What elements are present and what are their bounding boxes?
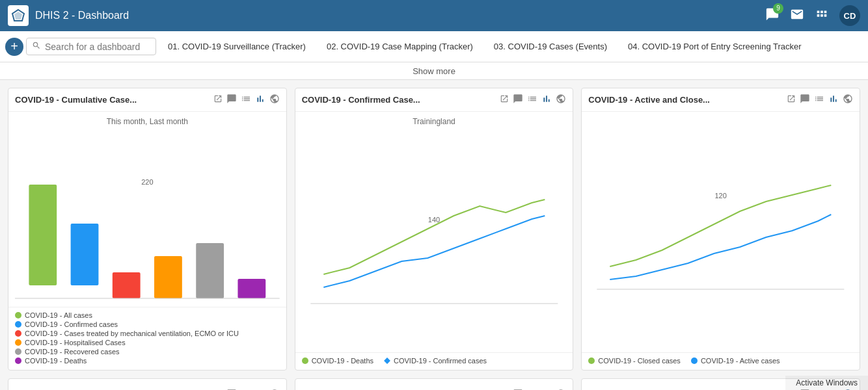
notification-badge: 9 — [773, 3, 783, 14]
legend-dot — [384, 358, 390, 364]
legend-item: COVID-19 - Cases treated by mechanical v… — [15, 330, 280, 337]
svg-rect-4 — [113, 272, 141, 298]
bottom-card-1: COVID-19 - Confirmed Case... — [8, 378, 287, 390]
card1-legend: COVID-19 - All cases COVID-19 - Confirme… — [8, 307, 286, 370]
legend-dot — [302, 358, 308, 364]
card3-list-icon[interactable] — [814, 94, 824, 106]
legend-item: COVID-19 - Confirmed cases — [15, 320, 280, 328]
header-right: 9 CD — [765, 5, 860, 26]
card2-title: COVID-19 - Confirmed Case... — [302, 95, 496, 105]
windows-activation-banner: Activate Windows — [785, 376, 868, 390]
card3-chart-icon[interactable] — [828, 94, 839, 106]
legend-item: COVID-19 - Hospitalised Cases — [15, 339, 280, 346]
card1-header: COVID-19 - Cumulative Case... — [8, 88, 286, 112]
card3-legend: COVID-19 - Closed cases COVID-19 - Activ… — [582, 352, 860, 370]
card3-title: COVID-19 - Active and Close... — [588, 95, 783, 105]
show-more-link[interactable]: Show more — [413, 66, 455, 76]
bottom-card-2: COVID-19 - Case Recovery a... — [295, 378, 574, 390]
card-confirmed-cases: COVID-19 - Confirmed Case... Traininglan… — [295, 88, 574, 370]
card1-body: This month, Last month 220 — [8, 112, 286, 307]
card-cumulative-cases: COVID-19 - Cumulative Case... This month… — [8, 88, 287, 370]
svg-rect-2 — [29, 185, 57, 285]
card2-chart-icon[interactable] — [541, 94, 552, 106]
legend-dot — [15, 321, 21, 328]
add-dashboard-button[interactable]: + — [5, 38, 23, 56]
svg-rect-7 — [237, 279, 265, 298]
card2-body: Trainingland 140 — [295, 112, 573, 352]
card2-chat-icon[interactable] — [513, 94, 523, 106]
legend-dot — [15, 330, 21, 337]
card3-globe-icon[interactable] — [843, 94, 853, 106]
card3-legend-row: COVID-19 - Closed cases COVID-19 - Activ… — [588, 357, 853, 366]
messages-icon[interactable]: 9 — [765, 7, 780, 25]
search-container — [26, 38, 156, 55]
svg-marker-1 — [14, 12, 22, 20]
card-active-closed: COVID-19 - Active and Close... 120 — [581, 88, 860, 370]
card1-chat-icon[interactable] — [226, 94, 237, 106]
nav-bar: + 01. COVID-19 Surveillance (Tracker) 02… — [0, 31, 868, 62]
tab-2[interactable]: 02. COVID-19 Case Mapping (Tracker) — [318, 38, 482, 55]
legend-dot — [588, 358, 595, 364]
card2-globe-icon[interactable] — [556, 94, 566, 106]
app-logo[interactable] — [8, 5, 29, 26]
legend-item: COVID-19 - Active cases — [691, 357, 780, 365]
tab-3[interactable]: 03. COVID-19 Cases (Events) — [485, 38, 616, 55]
card1-globe-icon[interactable] — [269, 94, 280, 106]
apps-icon[interactable] — [815, 7, 829, 25]
legend-item: COVID-19 - Deaths — [302, 357, 373, 365]
app-title: DHIS 2 - Dashboard — [35, 10, 129, 21]
card3-chat-icon[interactable] — [800, 94, 810, 106]
card3-body: 120 — [582, 112, 860, 352]
card1-list-icon[interactable] — [241, 94, 251, 106]
legend-dot — [15, 339, 21, 346]
legend-item: COVID-19 - Recovered cases — [15, 348, 280, 356]
search-icon — [32, 41, 41, 52]
tab-4[interactable]: 04. COVID-19 Port of Entry Screening Tra… — [619, 38, 811, 55]
card2-list-icon[interactable] — [527, 94, 537, 106]
card1-subtitle: This month, Last month — [15, 117, 280, 126]
legend-item: COVID-19 - Deaths — [15, 357, 280, 365]
search-input[interactable] — [45, 42, 149, 52]
card1-chart-icon[interactable] — [255, 94, 265, 106]
legend-dot — [15, 348, 21, 355]
user-avatar[interactable]: CD — [839, 5, 860, 26]
windows-banner-text: Activate Windows — [796, 378, 858, 387]
dashboard-grid: COVID-19 - Cumulative Case... This month… — [0, 80, 868, 378]
card3-header: COVID-19 - Active and Close... — [582, 88, 860, 112]
legend-item: COVID-19 - Confirmed cases — [384, 357, 487, 365]
legend-dot — [15, 358, 21, 364]
svg-rect-5 — [154, 256, 182, 298]
header-left: DHIS 2 - Dashboard — [8, 5, 129, 26]
card2-legend-row: COVID-19 - Deaths COVID-19 - Confirmed c… — [302, 357, 567, 366]
svg-rect-3 — [71, 224, 99, 285]
card2-legend: COVID-19 - Deaths COVID-19 - Confirmed c… — [295, 352, 573, 370]
mail-icon[interactable] — [790, 7, 804, 25]
bottom-cards-row: COVID-19 - Confirmed Case... COVID-19 - … — [0, 378, 868, 390]
card2-header: COVID-19 - Confirmed Case... — [295, 88, 573, 112]
svg-rect-6 — [196, 243, 224, 298]
show-more-row: Show more — [0, 62, 868, 80]
tab-1[interactable]: 01. COVID-19 Surveillance (Tracker) — [159, 38, 315, 55]
card1-chart-area: 220 — [15, 131, 280, 302]
card1-external-link-icon[interactable] — [213, 94, 223, 105]
legend-dot — [15, 312, 21, 318]
legend-item: COVID-19 - Closed cases — [588, 357, 681, 365]
card2-external-link-icon[interactable] — [500, 94, 509, 105]
legend-dot — [691, 358, 698, 364]
card3-external-link-icon[interactable] — [787, 94, 796, 105]
app-header: DHIS 2 - Dashboard 9 CD — [0, 0, 868, 31]
card1-title: COVID-19 - Cumulative Case... — [15, 95, 210, 105]
legend-item: COVID-19 - All cases — [15, 311, 280, 319]
card2-subtitle: Trainingland — [302, 117, 567, 126]
